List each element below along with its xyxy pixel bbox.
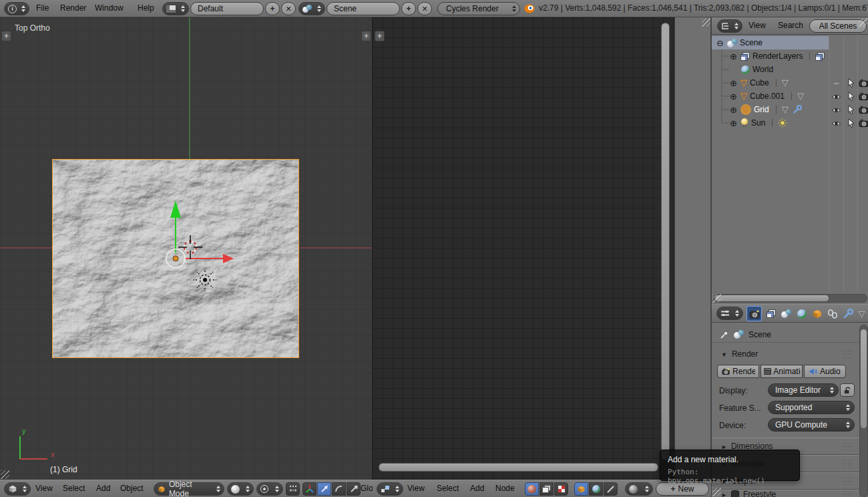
panel-drag-grip[interactable]: [843, 491, 853, 497]
toolshelf-expand-tab[interactable]: +: [375, 31, 385, 41]
rendered-terrain-object[interactable]: [52, 159, 299, 358]
hide-icon[interactable]: [831, 79, 841, 88]
pivot-select[interactable]: [256, 482, 283, 496]
panel-freestyle[interactable]: Freestyle: [712, 490, 859, 497]
panel-drag-grip[interactable]: [843, 351, 853, 357]
feature-set-select[interactable]: Supported: [768, 401, 855, 414]
node-hscrollbar[interactable]: [379, 463, 658, 472]
menu-node[interactable]: Node: [495, 480, 515, 496]
selectable-icon[interactable]: [846, 78, 856, 88]
material-preview-select[interactable]: [625, 482, 653, 496]
manipulator-toggle-button[interactable]: [286, 482, 300, 496]
screen-layout-selector[interactable]: [162, 2, 189, 15]
area-resize-corner[interactable]: [1, 470, 9, 479]
outliner-hscrollbar-thumb[interactable]: [714, 295, 829, 302]
visibility-icon[interactable]: [831, 106, 841, 115]
rotate-manipulator-button[interactable]: [332, 482, 346, 496]
sidebar-expand-tab[interactable]: +: [361, 31, 371, 41]
device-select[interactable]: GPU Compute: [768, 418, 855, 432]
tab-world[interactable]: [794, 306, 809, 321]
panel-drag-grip[interactable]: [843, 478, 853, 484]
manipulator-axis-button[interactable]: [302, 482, 316, 496]
outliner-row-renderlayers[interactable]: RenderLayers: [712, 49, 868, 63]
viewport-shading-select[interactable]: [227, 482, 254, 496]
scene-name[interactable]: Scene: [327, 2, 400, 15]
outliner-row-cube[interactable]: Cube: [712, 76, 868, 90]
selectable-icon[interactable]: [846, 105, 856, 114]
menu-view[interactable]: View: [407, 480, 425, 496]
menu-add[interactable]: Add: [96, 480, 110, 496]
outliner-hscrollbar-track[interactable]: [713, 294, 867, 303]
tab-modifiers[interactable]: [840, 306, 855, 321]
menu-select[interactable]: Select: [63, 480, 85, 496]
outliner-row-world[interactable]: World: [712, 63, 868, 76]
tab-data[interactable]: [854, 306, 868, 321]
area-resize-corner[interactable]: [859, 18, 867, 27]
toolshelf-expand-tab[interactable]: +: [1, 31, 11, 41]
tab-render-layers[interactable]: [763, 306, 779, 321]
menu-search[interactable]: Search: [778, 17, 803, 33]
editor-type-selector[interactable]: [717, 19, 742, 33]
translate-manipulator-button[interactable]: [317, 482, 331, 496]
area-resize-corner[interactable]: [712, 488, 721, 496]
expand-icon[interactable]: [729, 92, 738, 101]
scene-selector[interactable]: [298, 2, 325, 15]
linestyle-shader-button[interactable]: [604, 482, 618, 496]
selectable-icon[interactable]: [846, 92, 856, 101]
display-select[interactable]: Image Editor: [768, 383, 839, 397]
menu-object[interactable]: Object: [120, 480, 144, 496]
render-visibility-icon[interactable]: [859, 105, 868, 114]
tab-scene[interactable]: [779, 306, 794, 321]
editor-type-selector[interactable]: i: [4, 2, 29, 15]
outliner-row-scene[interactable]: Scene: [712, 36, 868, 49]
outliner-row-cube001[interactable]: Cube.001: [712, 90, 868, 103]
area-resize-corner[interactable]: [702, 18, 710, 27]
render-visibility-icon[interactable]: [859, 118, 868, 128]
panel-drag-grip[interactable]: [843, 460, 853, 467]
menu-render[interactable]: Render: [60, 0, 86, 16]
node-editor[interactable]: +: [373, 17, 711, 480]
render-visibility-icon[interactable]: [859, 78, 868, 88]
menu-select[interactable]: Select: [437, 480, 459, 496]
expand-icon[interactable]: [729, 79, 738, 88]
editor-type-selector[interactable]: [4, 482, 31, 496]
visibility-icon[interactable]: [831, 92, 841, 102]
scale-manipulator-button[interactable]: [347, 482, 361, 496]
editor-type-selector[interactable]: [716, 307, 743, 320]
menu-view[interactable]: View: [35, 480, 53, 496]
shader-nodes-button[interactable]: [525, 482, 539, 496]
render-button[interactable]: Render: [717, 365, 759, 378]
editor-type-selector[interactable]: [377, 482, 403, 496]
tab-constraints[interactable]: [825, 306, 840, 321]
menu-window[interactable]: Window: [95, 0, 124, 16]
screen-layout-name[interactable]: Default: [190, 2, 264, 15]
breadcrumb-label[interactable]: Scene: [748, 330, 771, 339]
compositing-nodes-button[interactable]: [539, 482, 554, 496]
render-panel-header[interactable]: Render: [712, 346, 859, 362]
world-shader-button[interactable]: [589, 482, 603, 496]
mode-select[interactable]: Object Mode: [154, 482, 224, 496]
selectable-icon[interactable]: [846, 118, 856, 128]
expand-icon[interactable]: [729, 106, 738, 114]
delete-layout-button[interactable]: [281, 2, 296, 15]
add-scene-button[interactable]: [401, 2, 416, 15]
3d-viewport[interactable]: Top Ortho + +: [0, 17, 373, 480]
object-shader-button[interactable]: [574, 482, 588, 496]
panel-drag-grip[interactable]: [843, 443, 853, 450]
freestyle-checkbox[interactable]: [731, 490, 739, 497]
outliner-row-grid[interactable]: Grid: [712, 103, 868, 116]
menu-add[interactable]: Add: [470, 480, 484, 496]
add-layout-button[interactable]: [265, 2, 280, 15]
texture-nodes-button[interactable]: [554, 482, 568, 496]
properties-vscrollbar-thumb[interactable]: [860, 329, 867, 429]
expand-icon[interactable]: [729, 52, 738, 61]
render-visibility-icon[interactable]: [859, 92, 868, 101]
tab-object[interactable]: [809, 306, 825, 321]
pin-icon[interactable]: [720, 330, 729, 339]
audio-button[interactable]: Audio: [804, 365, 846, 378]
delete-scene-button[interactable]: [417, 2, 432, 15]
menu-view[interactable]: View: [748, 17, 766, 33]
render-engine-select[interactable]: Cycles Render: [437, 2, 520, 15]
outliner-row-sun[interactable]: Sun: [712, 116, 868, 130]
lock-interface-button[interactable]: [840, 383, 855, 397]
